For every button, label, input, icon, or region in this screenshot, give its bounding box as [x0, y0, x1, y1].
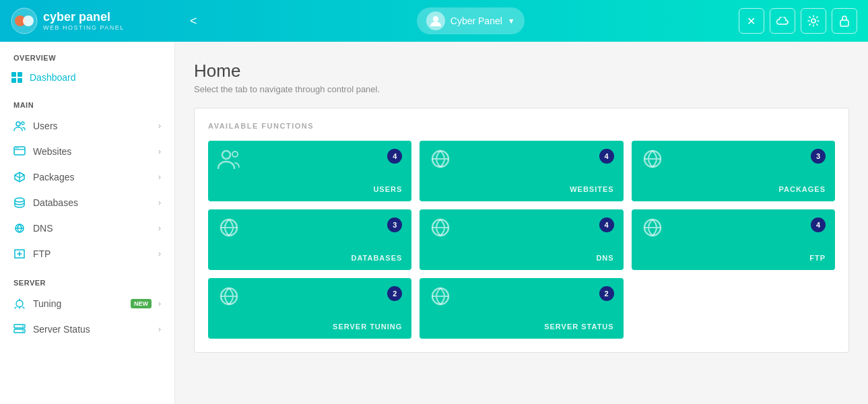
databases-chevron: › — [158, 198, 161, 207]
tiles-grid: 4 USERS 4 WEBSITES — [208, 141, 835, 339]
tile-dns-label: DNS — [429, 254, 613, 262]
user-name-label: Cyber Panel — [450, 15, 502, 26]
tile-server-status[interactable]: 2 SERVER STATUS — [420, 278, 623, 339]
websites-label: Websites — [33, 146, 71, 157]
tile-server-tuning-count: 2 — [387, 286, 402, 301]
dns-chevron: › — [158, 224, 161, 233]
svg-rect-9 — [18, 78, 22, 83]
svg-point-13 — [15, 147, 17, 149]
tile-users-icon — [218, 149, 240, 174]
packages-icon — [13, 170, 26, 184]
user-dropdown-arrow: ▼ — [508, 17, 515, 25]
tile-users[interactable]: 4 USERS — [208, 141, 411, 201]
header-right: ✕ — [739, 8, 857, 34]
tile-dns[interactable]: 4 DNS — [420, 209, 623, 270]
tuning-new-badge: NEW — [131, 299, 152, 308]
tile-ftp-label: FTP — [641, 254, 826, 262]
header: cyber panel WEB HOSTING PANEL < Cyber Pa… — [0, 0, 868, 42]
tile-ftp-icon — [641, 217, 664, 242]
ftp-icon — [13, 247, 26, 261]
svg-rect-5 — [840, 20, 848, 26]
tile-databases-count: 3 — [387, 217, 402, 232]
sidebar-item-users[interactable]: Users › — [0, 113, 174, 139]
logo-area: cyber panel WEB HOSTING PANEL — [11, 7, 179, 34]
server-status-icon — [13, 323, 26, 336]
svg-point-19 — [22, 326, 24, 327]
tile-server-tuning[interactable]: 2 SERVER TUNING — [208, 278, 411, 339]
logo-icon — [11, 7, 38, 34]
svg-point-14 — [18, 147, 19, 149]
cloud-button[interactable] — [770, 8, 795, 34]
svg-point-10 — [16, 122, 20, 126]
tile-websites[interactable]: 4 WEBSITES — [420, 141, 623, 201]
sidebar-item-server-status[interactable]: Server Status › — [0, 316, 174, 342]
databases-label: Databases — [33, 197, 78, 208]
content-area: Home Select the tab to navigate through … — [175, 42, 868, 404]
sidebar-item-packages[interactable]: Packages › — [0, 164, 174, 190]
header-center: Cyber Panel ▼ — [417, 7, 525, 34]
close-button[interactable]: ✕ — [739, 8, 764, 34]
svg-point-11 — [22, 122, 24, 125]
main-layout: OVERVIEW Dashboard MAIN Users › — [0, 42, 868, 404]
settings-button[interactable] — [801, 8, 826, 34]
tile-ftp[interactable]: 4 FTP — [632, 209, 835, 270]
dashboard-label: Dashboard — [30, 72, 76, 83]
svg-rect-6 — [11, 72, 16, 77]
users-chevron: › — [158, 121, 161, 131]
sidebar-section-overview: OVERVIEW — [0, 42, 174, 66]
logo-subtitle: WEB HOSTING PANEL — [43, 24, 125, 31]
tile-packages[interactable]: 3 PACKAGES — [632, 141, 835, 201]
tile-websites-count: 4 — [599, 149, 614, 164]
sidebar-item-websites[interactable]: Websites › — [0, 139, 174, 164]
dns-icon — [13, 222, 26, 235]
logo-title: cyber panel — [43, 11, 125, 24]
tile-users-label: USERS — [218, 185, 402, 193]
users-icon — [13, 119, 26, 133]
tuning-icon — [13, 297, 26, 310]
tuning-label: Tuning — [33, 298, 61, 309]
sidebar-item-databases[interactable]: Databases › — [0, 190, 174, 215]
header-left: cyber panel WEB HOSTING PANEL < — [11, 7, 203, 34]
logo-text-block: cyber panel WEB HOSTING PANEL — [43, 11, 125, 31]
sidebar-item-tuning[interactable]: Tuning NEW › — [0, 291, 174, 316]
svg-point-20 — [22, 331, 24, 332]
svg-rect-8 — [11, 78, 16, 83]
page-title: Home — [194, 61, 849, 81]
dns-label: DNS — [33, 223, 53, 234]
tuning-chevron: › — [158, 299, 161, 308]
tile-server-status-label: SERVER STATUS — [429, 323, 613, 331]
websites-icon — [13, 145, 26, 158]
tile-databases-icon — [218, 217, 240, 242]
user-menu-button[interactable]: Cyber Panel ▼ — [417, 7, 525, 34]
packages-chevron: › — [158, 172, 161, 182]
sidebar: OVERVIEW Dashboard MAIN Users › — [0, 42, 175, 404]
tile-ftp-count: 4 — [811, 217, 826, 232]
sidebar-item-dashboard[interactable]: Dashboard — [0, 66, 174, 89]
tile-databases[interactable]: 3 DATABASES — [208, 209, 411, 270]
svg-point-15 — [15, 198, 24, 202]
ftp-chevron: › — [158, 249, 161, 259]
sidebar-item-dns[interactable]: DNS › — [0, 215, 174, 241]
sidebar-section-main: MAIN — [0, 89, 174, 113]
page-subtitle: Select the tab to navigate through contr… — [194, 84, 849, 94]
svg-rect-7 — [18, 72, 22, 77]
users-label: Users — [33, 121, 58, 131]
user-avatar — [426, 11, 445, 30]
tile-dns-icon — [429, 217, 452, 242]
tile-websites-icon — [429, 149, 452, 174]
tile-server-status-count: 2 — [599, 286, 614, 301]
server-status-chevron: › — [158, 325, 161, 334]
tile-server-tuning-label: SERVER TUNING — [218, 323, 402, 331]
sidebar-item-ftp[interactable]: FTP › — [0, 241, 174, 267]
available-functions-label: AVAILABLE FUNCTIONS — [208, 122, 835, 130]
svg-point-2 — [23, 15, 34, 26]
ftp-label: FTP — [33, 248, 51, 259]
tile-users-count: 4 — [387, 149, 402, 164]
lock-button[interactable] — [832, 8, 857, 34]
websites-chevron: › — [158, 147, 161, 156]
tile-dns-count: 4 — [599, 217, 614, 232]
svg-point-4 — [811, 19, 815, 23]
tile-packages-icon — [641, 149, 664, 174]
sidebar-toggle-button[interactable]: < — [185, 11, 203, 31]
databases-icon — [13, 196, 26, 209]
